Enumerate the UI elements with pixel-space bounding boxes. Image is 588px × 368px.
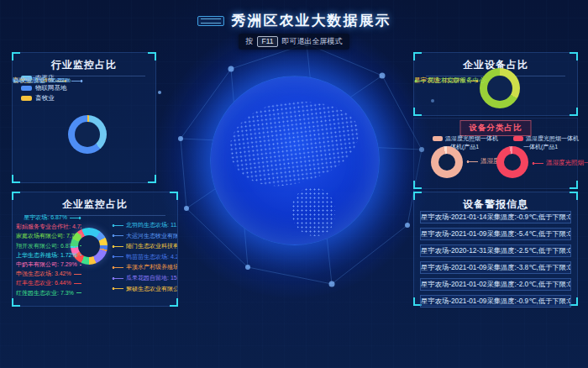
header: 秀洲区农业大数据展示 <box>0 11 588 30</box>
device-ratio-panel: 企业设备占比 星宇农场: 33.33% 民主村党群服务中心: <box>413 52 578 116</box>
legend-swatch <box>433 136 443 141</box>
page-title: 秀洲区农业大数据展示 <box>232 11 391 30</box>
slice-label: 中奶丰有限公司: 7.29% <box>16 260 81 269</box>
hint-prefix: 按 <box>245 36 253 47</box>
slice-label: 温湿度光照烟一 <box>532 159 588 167</box>
slice-label: 上华生态养殖场: 1.72% <box>16 250 81 260</box>
slice-label: 家庭农场有限公司: 7.72% <box>16 231 81 240</box>
fullscreen-hint: 按 F11 即可退出全屏模式 <box>0 34 588 50</box>
slice-label: 红莲园生态农业: 7.3% <box>16 288 81 297</box>
alarm-row[interactable]: 星宇农场-2021-01-14采集温度:-0.9℃,低于下限:0℃ <box>420 211 571 223</box>
legend-label: 一体机(产品1 <box>523 143 558 151</box>
slice-label: 北羽鸽生态农场: 11.16% <box>112 220 177 231</box>
legend-item[interactable]: 温湿度光照烟一体机 <box>433 134 498 143</box>
legend-swatch <box>21 86 32 91</box>
globe-visualization <box>210 76 380 245</box>
classification-donut-right <box>496 146 528 178</box>
alarm-row[interactable]: 星宇农场-2021-01-09采集温度:-3.8℃,低于下限:0℃ <box>420 261 571 274</box>
dashboard: 秀洲区农业大数据展示 按 F11 即可退出全屏模式 行业监控占比 农资店 物联网… <box>0 0 588 368</box>
legend-label: 温湿度光照烟一体机 <box>445 134 498 143</box>
classification-donut-left <box>431 146 463 178</box>
device-donut-chart <box>480 68 520 108</box>
device-classification-panel: 设备分类占比 温湿度光照烟一体机 一体机(产品1 温湿度光照烟一 温湿度光照烟一… <box>413 118 578 189</box>
hint-suffix: 即可退出全屏模式 <box>282 36 343 47</box>
alarm-row[interactable]: 星宇农场-2021-01-02采集温度:-2.0℃,低于下限:0℃ <box>420 278 571 291</box>
continent-dots <box>291 187 335 236</box>
industry-monitor-panel: 行业监控占比 农资店 物联网基地 畜牧业 畜牧业: 1.64% 农资店: 36.… <box>12 52 156 183</box>
enterprise-right-labels: 北羽鸽生态农场: 11.16%大运河生态牧业有限责任公陆门生态农业科技有限公鸭苗… <box>112 220 177 294</box>
legend-item[interactable]: 温湿度光照烟一体机 <box>513 134 579 143</box>
slice-label: 星宇农场: 6.87% <box>16 213 81 222</box>
alarm-row[interactable]: 星宇农场-2020-12-31采集温度:-2.5℃,低于下限:0℃ <box>420 244 571 257</box>
slice-label: 陆门生态农业科技有限公 <box>112 241 177 252</box>
brand-logo <box>197 16 224 26</box>
slice-label: 聚硕生态农业有限公司: 6.87% <box>112 284 177 295</box>
alarm-list: 星宇农场-2021-01-14采集温度:-0.9℃,低于下限:0℃星宇农场-20… <box>420 211 571 312</box>
legend-item[interactable]: 畜牧业 <box>21 93 67 103</box>
f11-key-badge: F11 <box>257 36 277 47</box>
legend-swatch <box>513 136 523 141</box>
legend-swatch <box>21 96 32 101</box>
device-alarm-panel: 设备警报信息 星宇农场-2021-01-14采集温度:-0.9℃,低于下限:0℃… <box>413 192 578 306</box>
slice-label: 彩娟服务专业合作社: 4.72% <box>16 222 81 231</box>
slice-label: 申强生态农场: 3.42% <box>16 269 81 278</box>
enterprise-monitor-panel: 企业监控占比 星宇农场: 6.87%彩娟服务专业合作社: 4.72%家庭农场有限… <box>12 192 178 307</box>
slice-label: 民主村党群服务中心: <box>414 76 487 85</box>
alarm-row[interactable]: 星宇农场-2021-01-09采集温度:-5.4℃,低于下限:0℃ <box>420 228 571 240</box>
industry-donut-chart <box>68 115 107 154</box>
legend-label: 温湿度光照烟一体机 <box>526 134 579 143</box>
slice-label: 瓜果花园自留地: 15.02% <box>112 273 177 284</box>
slice-label: 鸭苗苗生态农场: 4.29% <box>112 252 177 263</box>
slice-label: 翔开发有限公司: 6.87% <box>16 241 81 250</box>
slice-label: 大运河生态牧业有限责任公 <box>112 231 177 242</box>
continent-dots <box>225 94 365 192</box>
alarm-row[interactable]: 星宇农场-2021-01-09采集温度:-0.9℃,低于下限:0℃ <box>420 295 571 308</box>
legend-label: 畜牧业 <box>35 94 55 103</box>
enterprise-left-labels: 星宇农场: 6.87%彩娟服务专业合作社: 4.72%家庭农场有限公司: 7.7… <box>16 213 81 297</box>
slice-label: 红丰生态农业: 6.44% <box>16 278 81 287</box>
legend-label: 物联网基地 <box>35 84 67 92</box>
slice-label: 物联网基地: 61.85% <box>13 76 83 85</box>
slice-label: 丰溪水产村级养殖场: 1. <box>112 262 177 273</box>
